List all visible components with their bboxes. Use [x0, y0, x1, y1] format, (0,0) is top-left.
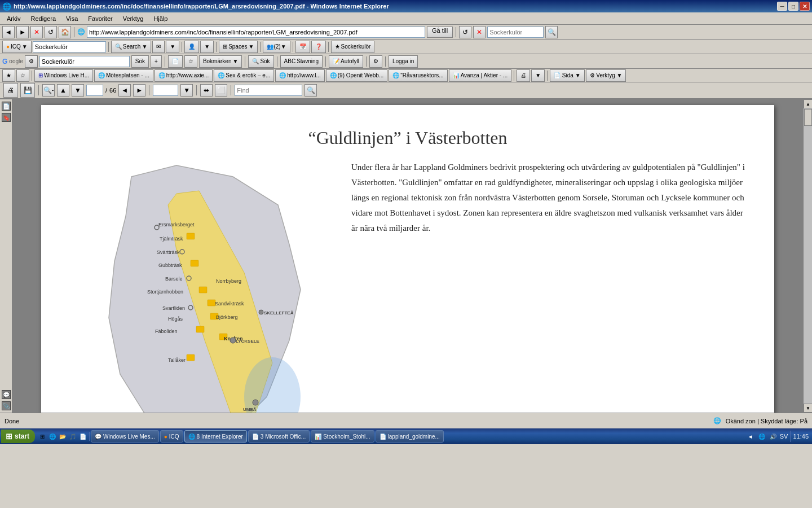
ql-icon-3[interactable]: 📂 — [58, 432, 67, 441]
bookmark-avanza[interactable]: 📊 Avanza | Aktier - ... — [449, 69, 512, 82]
maximize-button[interactable]: □ — [788, 2, 798, 11]
stop-button[interactable]: ✕ — [30, 26, 43, 38]
mail-dropdown-btn[interactable]: ▼ — [166, 41, 179, 53]
print-dropdown[interactable]: ▼ — [531, 69, 545, 82]
close-button[interactable]: ✕ — [800, 2, 810, 11]
sep4 — [182, 42, 182, 52]
stop-live[interactable]: ✕ — [473, 26, 486, 38]
user-dropdown-btn[interactable]: ▼ — [200, 41, 214, 53]
go-button[interactable]: Gå till — [427, 27, 453, 38]
pdf-nav-forward[interactable]: ► — [133, 84, 145, 97]
refresh-live[interactable]: ↺ — [459, 26, 471, 38]
tray-volume[interactable]: 🔊 — [769, 432, 778, 441]
taskbar-item-3[interactable]: 🌐 8 Internet Explorer — [184, 430, 247, 443]
search-address-input[interactable] — [487, 27, 544, 38]
mail-btn[interactable]: ✉ — [152, 41, 165, 53]
menu-favorites[interactable]: Favoriter — [83, 14, 117, 23]
google-star-btn[interactable]: ☆ — [184, 55, 197, 68]
taskbar-item-1[interactable]: 💬 Windows Live Mes... — [91, 430, 159, 443]
pdf-find-input[interactable] — [235, 85, 302, 96]
taskbar: ⊞ start ⊞ 🌐 📂 🎵 📄 💬 Windows Live Mes... … — [0, 428, 812, 444]
help-btn[interactable]: ❓ — [311, 41, 326, 53]
taskbar-item-2[interactable]: ● ICQ — [160, 430, 183, 443]
ql-icon-2[interactable]: 🌐 — [48, 432, 57, 441]
autofyll-btn[interactable]: 📝 Autofyll — [329, 55, 363, 68]
search-btn[interactable]: 🔍 Search ▼ — [111, 41, 152, 53]
taskbar-item-5[interactable]: 📊 Stockholm_Stohl... — [311, 430, 374, 443]
google-page-btn[interactable]: 📄 — [168, 55, 183, 68]
home-button[interactable]: 🏠 — [59, 26, 71, 38]
page-btn[interactable]: 📄 Sida ▼ — [550, 69, 584, 82]
bookmark-axie[interactable]: 🌐 http://www.axie... — [155, 69, 213, 82]
sockerkulor-btn[interactable]: ★ Sockerkulör — [331, 41, 375, 53]
bookmark-lgm[interactable]: 🌐 http://www.l... — [275, 69, 324, 82]
bookmark-motesplatsen[interactable]: 🌐 Mötesplatsen - ... — [94, 69, 153, 82]
ql-icon-1[interactable]: ⊞ — [38, 432, 47, 441]
address-input[interactable] — [87, 27, 425, 38]
scroll-up-btn[interactable]: ▲ — [804, 99, 812, 108]
pdf-zoom-out[interactable]: 🔍- — [42, 84, 55, 97]
icq-dropdown[interactable]: ▼ — [22, 43, 28, 50]
spaces-btn[interactable]: ⊞ Spaces ▼ — [219, 41, 258, 53]
ql-icon-5[interactable]: 📄 — [78, 432, 87, 441]
pdf-page-down[interactable]: ▼ — [72, 84, 84, 97]
ql-icon-4[interactable]: 🎵 — [68, 432, 77, 441]
sidebar-btn-1[interactable]: 📄 — [2, 102, 11, 111]
calendar-btn[interactable]: 📅 — [295, 41, 310, 53]
icq-btn[interactable]: ● ICQ ▼ — [2, 41, 32, 53]
scroll-track[interactable] — [804, 108, 812, 404]
tray-network[interactable]: 🌐 — [757, 432, 766, 441]
scroll-thumb[interactable] — [804, 109, 812, 126]
sidebar-btn-2[interactable]: 🔖 — [2, 113, 11, 122]
language-indicator[interactable]: SV — [780, 433, 788, 440]
pdf-find-btn[interactable]: 🔍 — [304, 84, 317, 97]
tools-btn[interactable]: ⚙ Verktyg ▼ — [586, 69, 626, 82]
stavning-btn[interactable]: ABC Stavning — [280, 55, 323, 68]
sidebar-btn-3[interactable]: 💬 — [2, 390, 11, 399]
bookmark-add-btn[interactable]: ☆ — [16, 69, 29, 82]
pdf-fit-page[interactable]: ⬜ — [215, 84, 227, 97]
print-btn[interactable]: 🖨 — [517, 69, 530, 82]
pdf-save-btn[interactable]: 💾 — [20, 83, 35, 98]
menu-edit[interactable]: Redigera — [26, 14, 60, 23]
menu-view[interactable]: Visa — [61, 14, 82, 23]
settings-btn2[interactable]: ⚙ — [369, 55, 382, 68]
pdf-page-up[interactable]: ▲ — [57, 84, 69, 97]
bookmark-ravarusektors[interactable]: 🌐 "Råvarusektors... — [389, 69, 447, 82]
menu-help[interactable]: Hjälp — [149, 14, 172, 23]
refresh-button[interactable]: ↺ — [45, 26, 57, 38]
google-search-btn[interactable]: Sök — [131, 55, 149, 68]
pdf-nav-back[interactable]: ◄ — [118, 84, 131, 97]
sidebar-btn-4[interactable]: 📎 — [2, 401, 11, 410]
pdf-page-input[interactable]: 20 — [86, 85, 103, 96]
logga-in-btn[interactable]: Logga in — [389, 55, 418, 68]
bookmark-openit[interactable]: 🌐 (9) Openit Webb... — [326, 69, 388, 82]
google-search-input[interactable] — [39, 56, 130, 67]
bookmark-sex[interactable]: 🌐 Sex & erotik – e... — [214, 69, 274, 82]
pdf-zoom-dropdown[interactable]: ▼ — [180, 84, 193, 97]
bokmarken-btn[interactable]: Bokmärken ▼ — [199, 55, 242, 68]
back-button[interactable]: ◄ — [2, 26, 15, 38]
google-plus-btn[interactable]: + — [151, 55, 162, 68]
taskbar-item-4[interactable]: 📄 3 Microsoft Offic... — [248, 430, 310, 443]
bookmark-star-btn[interactable]: ★ — [2, 69, 15, 82]
google-search2-btn[interactable]: 🔍 Sök — [248, 55, 273, 68]
groups-btn[interactable]: 👥(2)▼ — [263, 41, 290, 53]
tray-expand[interactable]: ◄ — [746, 432, 755, 441]
minimize-button[interactable]: ─ — [777, 2, 787, 11]
icq-status-input[interactable] — [33, 41, 106, 52]
taskbar-item-6[interactable]: 📄 lappland_goldmine... — [376, 430, 444, 443]
menu-tools[interactable]: Verktyg — [118, 14, 148, 23]
pdf-fit-width[interactable]: ⬌ — [200, 84, 213, 97]
forward-button[interactable]: ► — [16, 26, 29, 38]
pdf-zoom-input[interactable]: 151% — [153, 85, 178, 96]
bookmark-wlh[interactable]: ⊞ Windows Live H... — [34, 69, 93, 82]
pdf-print-btn[interactable]: 🖨 — [3, 83, 18, 98]
menu-file[interactable]: Arkiv — [2, 14, 25, 23]
search-dropdown[interactable]: ▼ — [142, 43, 147, 50]
user-btn[interactable]: 👤 — [184, 41, 199, 53]
start-button[interactable]: ⊞ start — [1, 430, 35, 443]
google-settings-btn[interactable]: ⚙ — [25, 55, 38, 68]
scroll-down-btn[interactable]: ▼ — [804, 404, 812, 413]
search-address-btn[interactable]: 🔍 — [545, 26, 558, 38]
